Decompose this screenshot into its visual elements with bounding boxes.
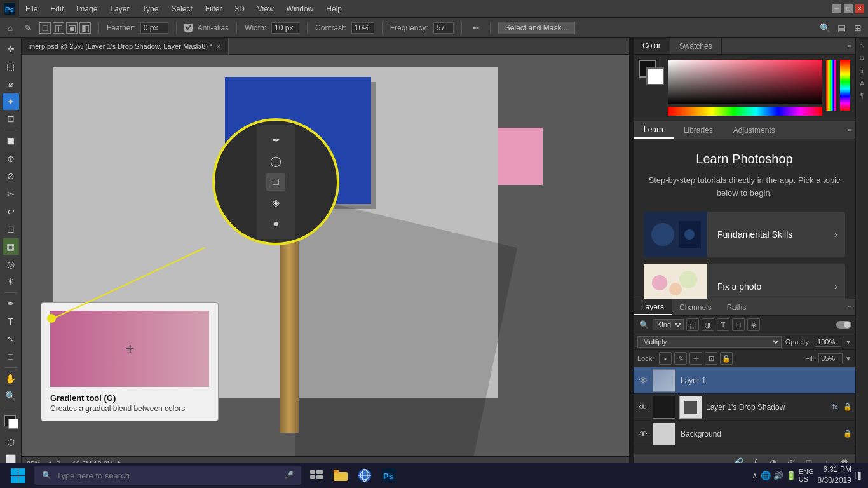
crop-tool[interactable]: ⊡ — [3, 111, 19, 128]
rp-settings-icon[interactable]: ⚙ — [858, 53, 867, 62]
rp-info-icon[interactable]: ℹ — [858, 66, 867, 75]
search-input[interactable] — [57, 471, 279, 480]
tray-locale[interactable]: ENGUS — [799, 468, 814, 483]
menu-file[interactable]: File — [19, 0, 44, 18]
foreground-color[interactable] — [2, 412, 20, 430]
stylus-icon[interactable]: ✒ — [470, 22, 482, 34]
contrast-input[interactable] — [351, 22, 374, 34]
taskbar-photoshop[interactable]: Ps — [377, 463, 400, 488]
menu-layer[interactable]: Layer — [104, 0, 135, 18]
tab-channels[interactable]: Channels — [672, 299, 719, 315]
width-input[interactable] — [271, 22, 299, 34]
select-mask-button[interactable]: Select and Mask... — [498, 22, 575, 34]
tab-paths[interactable]: Paths — [719, 299, 754, 315]
eraser-tool[interactable]: ◻ — [3, 221, 19, 238]
tab-swatches[interactable]: Swatches — [670, 38, 722, 54]
microphone-icon[interactable]: 🎤 — [284, 471, 294, 480]
tab-color[interactable]: Color — [634, 38, 670, 54]
layer-filter-shape[interactable]: □ — [732, 318, 745, 331]
opacity-input[interactable] — [815, 337, 841, 347]
menu-select[interactable]: Select — [165, 0, 198, 18]
rectangular-marquee-tool[interactable]: ⬚ — [3, 58, 19, 75]
taskbar-browser[interactable] — [353, 463, 376, 488]
healing-brush-tool[interactable]: ⊕ — [3, 151, 19, 167]
rp-move-icon[interactable]: ⤡ — [858, 41, 867, 50]
layers-panel-menu-icon[interactable]: ≡ — [848, 304, 851, 311]
lock-transparent-pixels[interactable]: ▪ — [659, 352, 672, 365]
clone-stamp-tool[interactable]: ✂ — [3, 186, 19, 202]
layer-filter-active-toggle[interactable] — [836, 321, 851, 329]
layer1-visibility[interactable]: 👁 — [636, 376, 650, 386]
text-tool[interactable]: T — [3, 313, 19, 330]
tab-close[interactable]: × — [216, 43, 220, 50]
system-clock[interactable]: 6:31 PM 8/30/2019 — [818, 464, 851, 486]
layer-item-layer1[interactable]: 👁 Layer 1 — [634, 367, 855, 394]
opacity-arrow[interactable]: ▼ — [845, 339, 851, 346]
menu-image[interactable]: Image — [70, 0, 104, 18]
tray-volume[interactable]: 🔊 — [773, 471, 783, 480]
tool-preset-icon[interactable]: ✎ — [22, 22, 34, 34]
tab-layers[interactable]: Layers — [634, 299, 672, 315]
lasso-tool[interactable]: ⌀ — [3, 76, 19, 92]
menu-edit[interactable]: Edit — [44, 0, 70, 18]
workspace-icon[interactable]: ▤ — [835, 22, 848, 34]
taskbar-task-view[interactable] — [305, 463, 328, 488]
window-restore[interactable]: □ — [844, 4, 853, 13]
menu-3d[interactable]: 3D — [228, 0, 250, 18]
rp-font-icon[interactable]: A — [858, 79, 867, 88]
tool-shape4[interactable]: ◧ — [79, 22, 91, 34]
menu-type[interactable]: Type — [135, 0, 165, 18]
menu-view[interactable]: View — [251, 0, 280, 18]
quick-mask-mode[interactable]: ⬡ — [3, 434, 19, 451]
home-icon[interactable]: ⌂ — [4, 22, 17, 34]
background-visibility[interactable]: 👁 — [636, 429, 650, 439]
color-swatches[interactable] — [639, 60, 664, 85]
layer-item-dropshadow[interactable]: 👁 Layer 1's Drop Shadow fx 🔒 — [634, 394, 855, 421]
tool-shape2[interactable]: ◫ — [53, 22, 64, 34]
tray-battery[interactable]: 🔋 — [786, 471, 796, 480]
learn-card-fundamental[interactable]: Fundamental Skills › — [644, 212, 845, 257]
tool-shape3[interactable]: ▣ — [66, 22, 78, 34]
taskbar-file-explorer[interactable] — [329, 463, 352, 488]
canvas-tab[interactable]: merp.psd @ 25% (Layer 1's Drop Shadow, L… — [22, 38, 229, 55]
lock-position[interactable]: ✛ — [689, 352, 702, 365]
color-spectrum-vertical2[interactable] — [840, 60, 850, 111]
lock-artboard[interactable]: ⊡ — [705, 352, 717, 365]
panel-toggle-icon[interactable]: ⊞ — [851, 22, 864, 34]
start-button[interactable] — [5, 463, 31, 488]
feather-input[interactable] — [140, 22, 168, 34]
layers-filter-toggle[interactable]: 🔍 — [637, 318, 650, 331]
eyedropper-tool[interactable]: 🔲 — [3, 133, 19, 149]
tab-adjustments[interactable]: Adjustments — [723, 121, 785, 139]
tab-libraries[interactable]: Libraries — [674, 121, 723, 139]
show-desktop-btn[interactable]: ▌ — [855, 472, 863, 479]
zoom-tool[interactable]: 🔍 — [3, 388, 19, 404]
learn-card-fix-photo[interactable]: Fix a photo › — [644, 264, 845, 299]
color-panel-menu[interactable]: ≡ — [848, 43, 851, 50]
color-spectrum-vertical[interactable] — [826, 60, 836, 111]
tray-network[interactable]: 🌐 — [761, 471, 771, 480]
color-gradient-field[interactable] — [668, 60, 822, 104]
brush-tool[interactable]: ⊘ — [3, 168, 19, 185]
layer-item-background[interactable]: 👁 Background 🔒 — [634, 421, 855, 447]
layer-filter-smartobj[interactable]: ◈ — [747, 318, 760, 331]
lock-all[interactable]: 🔒 — [720, 352, 733, 365]
search-bar[interactable]: 🔍 🎤 — [34, 466, 301, 485]
layer-filter-pixel[interactable]: ⬚ — [686, 318, 699, 331]
blend-mode-select[interactable]: Multiply — [637, 336, 782, 348]
gradient-tool[interactable]: ▦ — [3, 238, 19, 255]
blur-tool[interactable]: ◎ — [3, 256, 19, 273]
frequency-input[interactable] — [433, 22, 454, 34]
history-brush-tool[interactable]: ↩ — [3, 203, 19, 220]
search-icon[interactable]: 🔍 — [818, 22, 831, 34]
magic-wand-tool[interactable]: ✦ — [3, 93, 19, 110]
layers-kind-select[interactable]: Kind — [653, 319, 684, 330]
color-hue-slider[interactable] — [668, 107, 822, 116]
pen-tool[interactable]: ✒ — [3, 295, 19, 312]
path-selection-tool[interactable]: ↖ — [3, 330, 19, 347]
menu-filter[interactable]: Filter — [199, 0, 229, 18]
tab-learn[interactable]: Learn — [634, 121, 674, 139]
learn-panel-menu-icon[interactable]: ≡ — [848, 126, 851, 134]
layer-filter-type[interactable]: T — [717, 318, 729, 331]
menu-window[interactable]: Window — [280, 0, 320, 18]
